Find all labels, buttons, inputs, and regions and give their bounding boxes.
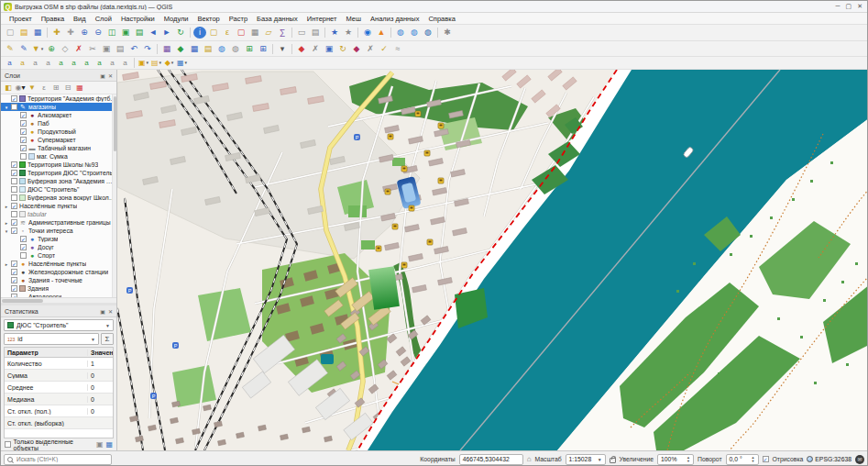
new-print-layout-icon[interactable]: ▭ <box>295 27 308 39</box>
layer-item-досуг[interactable]: ✓●Досуг <box>1 243 116 251</box>
menu-интернет[interactable]: Интернет <box>302 15 342 23</box>
menu-вид[interactable]: Вид <box>69 15 91 23</box>
layer-visibility-checkbox[interactable]: ✓ <box>11 170 17 176</box>
close-panel-icon[interactable]: ✕ <box>108 308 113 315</box>
expander-icon[interactable]: ▾ <box>4 105 9 110</box>
open-attribute-table-icon[interactable]: ▦ <box>248 27 261 39</box>
simplify-feature-icon[interactable]: ◆ <box>350 43 363 55</box>
layer-item-здания[interactable]: ✓Здания <box>1 284 116 293</box>
offset-curve-icon[interactable]: ≈ <box>391 43 404 55</box>
cut-features-icon[interactable]: ✂ <box>86 43 99 55</box>
statistics-layer-combo[interactable]: ДЮС "Строитель" ▼ <box>4 319 114 331</box>
save-layer-edits-icon[interactable]: ✎ <box>17 43 30 55</box>
layer-labeling-icon[interactable]: a <box>4 58 16 68</box>
new-bookmark-icon[interactable]: ★ <box>328 27 341 39</box>
add-delimited-text-icon[interactable]: ▤ <box>202 43 214 55</box>
zoom-to-selection-icon[interactable]: ▣ <box>119 27 132 39</box>
layer-item-супермаркет[interactable]: ✓●Супермаркет <box>1 136 116 144</box>
new-project-icon[interactable]: ▢ <box>4 27 16 39</box>
layer-visibility-checkbox[interactable]: ✓ <box>20 145 27 151</box>
statistical-summary-icon[interactable]: ∑ <box>276 27 289 39</box>
add-vector-layer-icon[interactable]: ◆ <box>174 43 187 55</box>
search-input[interactable] <box>15 455 97 463</box>
processing-history-icon[interactable]: ▤▾ <box>150 58 162 68</box>
osm-place-search-icon[interactable]: ◆ <box>295 43 308 55</box>
refresh-map-icon[interactable]: ↻ <box>174 27 187 39</box>
layer-visibility-checkbox[interactable] <box>11 104 17 110</box>
spinner-arrows[interactable]: ▲▼ <box>687 456 690 463</box>
rotation-box[interactable]: 0,0 ° ▲▼ <box>726 454 759 465</box>
layer-visibility-checkbox[interactable]: ✓ <box>11 261 17 267</box>
maximize-button[interactable]: ▢ <box>846 3 852 10</box>
reshape-features-icon[interactable]: ✓ <box>378 43 390 55</box>
show-bookmarks-icon[interactable]: ★ <box>342 27 355 39</box>
metasearch-icon[interactable]: ◉ <box>361 27 374 39</box>
plugin-warning-icon[interactable]: ▲ <box>375 27 388 39</box>
undo-icon[interactable]: ↶ <box>127 43 140 55</box>
rotate-label-icon[interactable]: a <box>93 58 105 68</box>
layer-item-железнодорожные-станции[interactable]: ✓●Железнодорожные станции <box>1 268 116 276</box>
spinner-arrows[interactable]: ▲▼ <box>752 456 755 463</box>
layer-item-административные-границы[interactable]: ▸✓≋Административные границы <box>1 218 116 227</box>
nextgis-connect-icon[interactable]: ◍ <box>422 27 434 39</box>
layer-item-буферная-зона-академия-фу-[interactable]: Буферная зона "Академия фу... <box>1 177 116 185</box>
lock-scale-icon[interactable] <box>610 458 616 463</box>
deselect-all-icon[interactable]: ▢ <box>235 27 247 39</box>
current-edits-icon[interactable]: ▼▾ <box>31 43 44 55</box>
layer-visibility-checkbox[interactable]: ✓ <box>11 269 17 275</box>
pan-map-icon[interactable]: ✚ <box>50 27 63 39</box>
layer-visibility-checkbox[interactable]: ✓ <box>20 112 27 118</box>
magnifier-box[interactable]: 100% ▲▼ <box>657 454 694 465</box>
layer-item-буферная-зона-вокруг-школы-[interactable]: Буферная зона вокруг Школы №... <box>1 194 116 202</box>
delete-selected-icon[interactable]: ✗ <box>72 43 85 55</box>
layer-visibility-checkbox[interactable]: ✓ <box>20 128 27 135</box>
layer-visibility-checkbox[interactable]: ✓ <box>11 161 17 168</box>
expander-icon[interactable]: ▾ <box>4 228 9 234</box>
layer-item-алкомаркет[interactable]: ✓●Алкомаркет <box>1 111 116 119</box>
zoom-last-icon[interactable]: ◄ <box>147 27 159 39</box>
layer-visibility-checkbox[interactable] <box>11 178 17 184</box>
open-layer-styling-icon[interactable]: ◧ <box>3 83 14 93</box>
manage-map-themes-icon[interactable]: ◉▾ <box>15 83 26 93</box>
close-button[interactable]: ✕ <box>857 3 863 10</box>
minimize-button[interactable]: ─ <box>836 3 841 10</box>
menu-база-данных[interactable]: База данных <box>252 15 302 23</box>
copy-statistics-icon[interactable]: ▣ <box>96 440 104 449</box>
extents-icon[interactable]: ⌂ <box>527 455 532 463</box>
layer-item-туризм[interactable]: ✓●Туризм <box>1 235 116 243</box>
layer-visibility-checkbox[interactable] <box>11 211 17 217</box>
layer-item-здания-точечные[interactable]: ✓●Здания - точечные <box>1 276 116 284</box>
add-feature-icon[interactable]: ⊕ <box>45 43 58 55</box>
collapse-all-icon[interactable]: ⊟ <box>62 83 73 93</box>
expander-icon[interactable]: ▸ <box>4 204 9 209</box>
locator-search[interactable] <box>4 454 112 465</box>
menu-слой[interactable]: Слой <box>91 15 116 23</box>
menu-правка[interactable]: Правка <box>37 15 69 23</box>
crs-indicator[interactable]: EPSG:32638 <box>807 456 852 462</box>
menu-вектор[interactable]: Вектор <box>193 15 225 23</box>
filter-legend-icon[interactable]: ▼ <box>27 83 38 93</box>
refresh-statistics-icon[interactable]: ▦ <box>105 440 113 449</box>
pan-to-selection-icon[interactable]: ✚ <box>64 27 77 39</box>
layer-item-tabular[interactable]: tabular <box>1 210 116 218</box>
layer-visibility-checkbox[interactable]: ✓ <box>11 95 17 102</box>
redo-icon[interactable]: ↷ <box>141 43 154 55</box>
new-shapefile-layer-icon[interactable]: ⊞ <box>243 43 256 55</box>
selected-only-checkbox[interactable] <box>5 441 11 448</box>
label-options-1-icon[interactable]: a <box>29 58 41 68</box>
zoom-full-icon[interactable]: ◫ <box>105 27 118 39</box>
zoom-to-layer-icon[interactable]: ▤ <box>133 27 146 39</box>
layer-visibility-checkbox[interactable]: ✓ <box>20 137 27 143</box>
layer-item-спорт[interactable]: ●Спорт <box>1 251 116 260</box>
float-panel-icon[interactable]: ▣ <box>100 72 105 79</box>
layers-horizontal-scrollbar[interactable] <box>1 297 116 303</box>
split-features-icon[interactable]: ✗ <box>309 43 322 55</box>
select-by-expression-icon[interactable]: ε <box>221 27 234 39</box>
merge-features-icon[interactable]: ▣ <box>323 43 335 55</box>
open-project-icon[interactable]: ▤ <box>17 27 30 39</box>
style-dropdown-icon[interactable]: ▾ <box>276 43 289 55</box>
highlight-pinned-labels-icon[interactable]: a <box>68 58 80 68</box>
messages-icon[interactable]: ✉ <box>855 455 864 464</box>
add-raster-layer-icon[interactable]: ▦ <box>188 43 201 55</box>
layer-diagram-icon[interactable]: a <box>16 58 28 68</box>
